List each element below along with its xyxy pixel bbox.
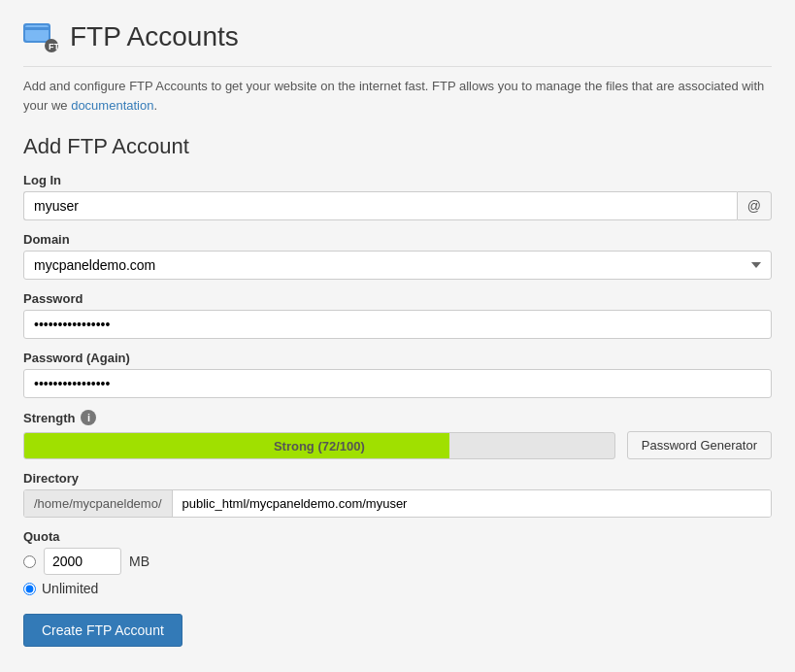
- password-label: Password: [23, 291, 772, 306]
- section-title: Add FTP Account: [23, 134, 772, 159]
- page-title: FTP Accounts: [70, 21, 239, 52]
- password-again-label: Password (Again): [23, 351, 772, 365]
- strength-bar-fill: [24, 433, 449, 458]
- domain-group: Domain mycpaneldemo.com: [23, 232, 772, 280]
- quota-label: Quota: [23, 529, 772, 544]
- login-label: Log In: [23, 173, 772, 187]
- description-text: Add and configure FTP Accounts to get yo…: [23, 77, 772, 115]
- ftp-icon: FTP: [23, 19, 58, 54]
- login-group: Log In @: [23, 173, 772, 220]
- quota-unlimited-row: Unlimited: [23, 581, 772, 596]
- password-generator-button[interactable]: Password Generator: [627, 431, 772, 459]
- strength-row: Strong (72/100) Password Generator: [23, 431, 772, 459]
- domain-select[interactable]: mycpaneldemo.com: [23, 251, 772, 280]
- strength-label-row: Strength i: [23, 410, 772, 425]
- login-input-row: @: [23, 191, 772, 220]
- at-button[interactable]: @: [737, 191, 772, 220]
- svg-rect-2: [25, 27, 49, 30]
- strength-group: Strength i Strong (72/100) Password Gene…: [23, 410, 772, 459]
- password-input[interactable]: [23, 310, 772, 339]
- strength-label: Strength: [23, 411, 75, 425]
- strength-bar-label: Strong (72/100): [274, 438, 365, 453]
- login-input[interactable]: [23, 191, 737, 220]
- svg-text:FTP: FTP: [49, 42, 58, 51]
- page-header: FTP FTP Accounts: [23, 19, 772, 67]
- directory-input[interactable]: [173, 490, 771, 517]
- directory-group: Directory /home/mycpaneldemo/: [23, 471, 772, 518]
- password-again-group: Password (Again): [23, 351, 772, 398]
- domain-label: Domain: [23, 232, 772, 247]
- quota-group: Quota MB Unlimited: [23, 529, 772, 596]
- create-ftp-account-button[interactable]: Create FTP Account: [23, 614, 182, 647]
- quota-unlimited-label: Unlimited: [42, 581, 98, 596]
- directory-row: /home/mycpaneldemo/: [23, 489, 772, 518]
- directory-prefix: /home/mycpaneldemo/: [24, 490, 173, 517]
- password-again-input[interactable]: [23, 369, 772, 398]
- documentation-link[interactable]: documentation: [71, 98, 153, 113]
- quota-unlimited-radio[interactable]: [23, 583, 36, 595]
- quota-mb-radio[interactable]: [23, 555, 36, 568]
- quota-unit: MB: [129, 554, 149, 569]
- quota-mb-row: MB: [23, 548, 772, 575]
- directory-label: Directory: [23, 471, 772, 486]
- quota-input[interactable]: [44, 548, 121, 575]
- info-icon: i: [81, 410, 96, 425]
- strength-bar-container: Strong (72/100): [23, 432, 615, 459]
- password-group: Password: [23, 291, 772, 339]
